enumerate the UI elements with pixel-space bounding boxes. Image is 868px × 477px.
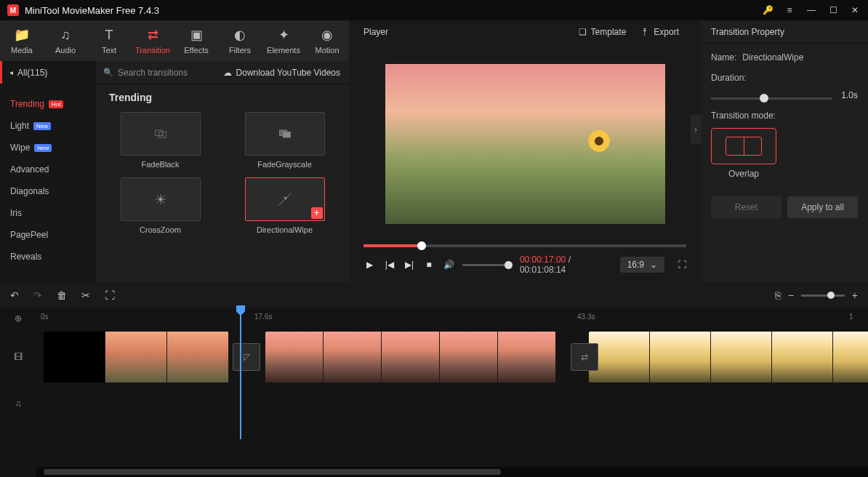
timeline-clip-3[interactable] [589, 332, 868, 382]
property-panel-title: Transition Property [701, 20, 868, 44]
template-button[interactable]: ❏Template [571, 27, 634, 37]
audio-track[interactable] [36, 385, 868, 422]
layers-icon: ❏ [579, 27, 587, 37]
tab-filters[interactable]: ◐Filters [218, 20, 262, 61]
tab-transition[interactable]: ⇄Transition [131, 20, 174, 61]
delete-button[interactable]: 🗑 [57, 289, 67, 301]
sidebar-item-reveals[interactable]: Reveals [0, 246, 96, 268]
reset-button[interactable]: Reset [711, 196, 781, 218]
category-sidebar: TrendingHot LightNew WipeNew Advanced Di… [0, 84, 96, 282]
maximize-button[interactable]: ☐ [827, 4, 839, 16]
timeline-clip-2[interactable] [265, 332, 556, 382]
menu-icon[interactable]: ≡ [784, 4, 795, 16]
mode-overlap-option[interactable] [711, 128, 776, 164]
new-badge: New [34, 144, 52, 152]
export-icon: ⭱ [640, 27, 649, 37]
aspect-ratio-select[interactable]: 16:9⌄ [620, 257, 664, 273]
all-category-tab[interactable]: All(115) [0, 61, 96, 84]
duration-label: Duration: [711, 73, 747, 83]
tab-media[interactable]: 📁Media [0, 20, 44, 61]
sidebar-item-advanced[interactable]: Advanced [0, 159, 96, 180]
fit-timeline-button[interactable]: ⎘ [775, 289, 781, 301]
crop-button[interactable]: ⛶ [105, 289, 115, 301]
duration-slider[interactable] [711, 97, 832, 100]
zoom-slider[interactable] [801, 294, 845, 297]
timeline-scrollbar[interactable] [36, 467, 868, 477]
split-button[interactable]: ✂ [81, 289, 90, 301]
svg-point-4 [159, 198, 161, 200]
grid-heading: Trending [109, 92, 336, 103]
transition-fadegrayscale[interactable]: FadeGrayscale [233, 112, 336, 169]
sidebar-item-pagepeel[interactable]: PagePeel [0, 224, 96, 246]
player-title: Player [363, 27, 571, 37]
next-frame-button[interactable]: ▶| [403, 257, 415, 272]
transition-fadeblack[interactable]: FadeBlack [109, 112, 212, 169]
chevron-down-icon: ⌄ [650, 260, 657, 270]
stop-button[interactable]: ■ [423, 257, 435, 272]
app-icon: M [7, 4, 19, 16]
fullscreen-button[interactable]: ⛶ [678, 260, 686, 270]
audio-track-icon[interactable]: ♫ [0, 398, 36, 409]
zoom-out-button[interactable]: − [788, 289, 794, 301]
prev-frame-button[interactable]: |◀ [383, 257, 395, 272]
text-icon: T [105, 28, 113, 43]
license-key-icon[interactable]: 🔑 [762, 4, 773, 16]
window-title: MiniTool MovieMaker Free 7.4.3 [25, 5, 762, 16]
download-youtube-link[interactable]: ☁Download YouTube Videos [214, 68, 349, 78]
video-preview[interactable] [385, 64, 665, 224]
motion-icon: ◉ [321, 27, 333, 43]
close-button[interactable]: ✕ [849, 4, 861, 16]
transition-crosszoom[interactable]: CrossZoom [109, 177, 212, 234]
elements-icon: ✦ [278, 27, 289, 43]
tab-text[interactable]: TText [87, 20, 131, 61]
sidebar-item-iris[interactable]: Iris [0, 202, 96, 224]
redo-button[interactable]: ↷ [33, 289, 42, 301]
tab-effects[interactable]: ▣Effects [174, 20, 218, 61]
transition-icon: ⇄ [148, 27, 158, 43]
mode-overlap-label: Overlap [711, 169, 776, 179]
cloud-download-icon: ☁ [223, 68, 232, 78]
play-button[interactable]: ▶ [363, 257, 376, 272]
mode-label: Transition mode: [711, 111, 776, 121]
name-label: Name: [711, 52, 736, 63]
seek-slider[interactable] [363, 244, 686, 247]
filters-icon: ◐ [234, 27, 246, 43]
video-track-icon[interactable]: 🎞 [0, 352, 36, 362]
timeline-ruler[interactable]: 0s 17.6s 43.3s 1 [36, 308, 868, 329]
add-track-button[interactable]: ⊕ [0, 308, 36, 329]
export-button[interactable]: ⭱Export [633, 27, 686, 37]
tab-motion[interactable]: ◉Motion [305, 20, 349, 61]
music-icon: ♫ [60, 28, 71, 43]
add-icon[interactable]: + [311, 207, 323, 219]
name-value: DirectionalWipe [742, 52, 803, 63]
svg-rect-3 [283, 132, 290, 138]
zoom-in-button[interactable]: + [852, 289, 858, 301]
volume-slider[interactable] [462, 264, 513, 266]
sidebar-item-trending[interactable]: TrendingHot [0, 93, 96, 115]
search-input[interactable]: Search transitions [96, 68, 214, 78]
volume-icon[interactable]: 🔊 [443, 257, 455, 272]
sidebar-item-diagonals[interactable]: Diagonals [0, 180, 96, 202]
sidebar-item-light[interactable]: LightNew [0, 115, 96, 137]
new-badge: New [33, 122, 51, 130]
timeline-clip-1[interactable] [44, 332, 229, 382]
time-display: 00:00:17:00 / 00:01:08:14 [520, 254, 606, 275]
sidebar-item-wipe[interactable]: WipeNew [0, 137, 96, 159]
hot-badge: Hot [49, 100, 63, 108]
apply-to-all-button[interactable]: Apply to all [787, 196, 858, 218]
minimize-button[interactable]: — [805, 4, 817, 16]
transition-directionalwipe[interactable]: + DirectionalWipe [233, 177, 336, 234]
collapse-panel-button[interactable]: › [691, 115, 701, 144]
tab-audio[interactable]: ♫Audio [44, 20, 87, 61]
timeline-transition-1[interactable]: ◸ [233, 343, 260, 371]
undo-button[interactable]: ↶ [10, 289, 19, 301]
effects-icon: ▣ [190, 27, 203, 43]
folder-icon: 📁 [14, 27, 30, 43]
playhead[interactable] [240, 308, 241, 439]
duration-value: 1.0s [841, 90, 858, 100]
tab-elements[interactable]: ✦Elements [262, 20, 305, 61]
timeline-transition-2[interactable]: ⇄ [571, 343, 598, 371]
